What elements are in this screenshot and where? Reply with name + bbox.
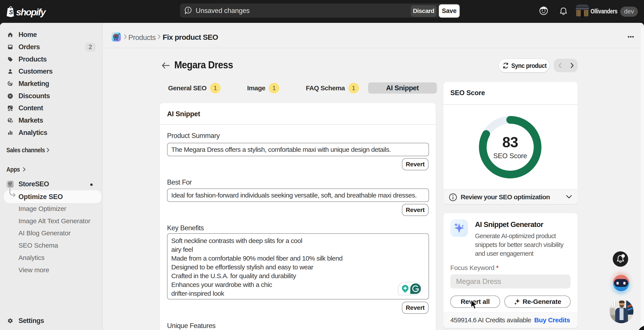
svg-text:$: $: [11, 120, 12, 123]
svg-text:S: S: [9, 9, 13, 15]
svg-text:shopify: shopify: [16, 7, 46, 17]
